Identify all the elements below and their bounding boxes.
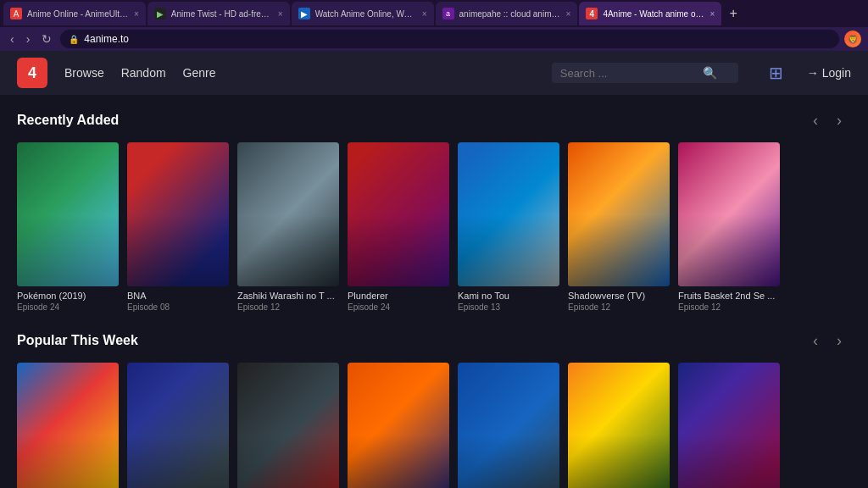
- new-tab-button[interactable]: +: [723, 3, 743, 24]
- site-content: 4 Browse Random Genre 🔍 ⊞ → Login Recent…: [0, 51, 868, 488]
- anime-card[interactable]: Fugou Keiji: Balance ...: [458, 363, 559, 488]
- back-button[interactable]: ‹: [7, 30, 18, 47]
- login-label: Login: [822, 66, 851, 80]
- anime-thumbnail: [458, 363, 559, 488]
- anime-card[interactable]: Kami no TouEpisode 13: [458, 142, 559, 312]
- tab-favicon-2: ▶: [298, 8, 310, 19]
- nav-links: Browse Random Genre: [64, 66, 216, 80]
- recently-added-row: Pokémon (2019)Episode 24BNAEpisode 08Zas…: [17, 142, 851, 312]
- anime-title: Pokémon (2019): [17, 291, 119, 301]
- anime-thumbnail: [127, 142, 229, 286]
- tab-close-1[interactable]: ×: [278, 9, 283, 19]
- tab-close-3[interactable]: ×: [566, 9, 571, 19]
- anime-title: Shadowverse (TV): [568, 291, 670, 301]
- anime-card[interactable]: Pokémon (2019)Episode 24: [17, 142, 119, 312]
- popular-week-prev[interactable]: ‹: [804, 329, 827, 352]
- search-bar[interactable]: 🔍: [552, 63, 738, 83]
- anime-card[interactable]: One Piece: [17, 363, 119, 488]
- tab-label-1: Anime Twist - HD ad-free anime fo...: [171, 9, 273, 19]
- anime-title: Fruits Basket 2nd Se ...: [678, 291, 780, 301]
- random-link[interactable]: Random: [121, 66, 166, 80]
- tab-label-2: Watch Anime Online, Watch Engli...: [315, 9, 417, 19]
- brave-icon: 🦁: [844, 30, 861, 47]
- recently-added-title: Recently Added: [17, 113, 804, 128]
- browser-chrome: A Anime Online - AnimeUltim... × ▶ Anime…: [0, 0, 868, 51]
- thumb-overlay: [127, 363, 229, 488]
- popular-week-header: Popular This Week ‹ ›: [17, 329, 851, 352]
- anime-thumbnail: [568, 142, 670, 286]
- lock-icon: 🔒: [69, 35, 79, 44]
- thumb-overlay: [17, 363, 119, 488]
- tab-bar: A Anime Online - AnimeUltim... × ▶ Anime…: [0, 0, 868, 27]
- anime-card[interactable]: Shadowverse (TV)Episode 12: [568, 142, 670, 312]
- search-input[interactable]: [560, 67, 696, 80]
- popular-week-next[interactable]: ›: [827, 329, 851, 352]
- popular-week-title: Popular This Week: [17, 333, 804, 348]
- login-arrow-icon: →: [807, 66, 819, 80]
- thumb-overlay: [568, 363, 670, 488]
- recently-added-next[interactable]: ›: [827, 108, 851, 132]
- login-button[interactable]: → Login: [807, 66, 851, 80]
- tab-close-4[interactable]: ×: [709, 9, 715, 19]
- search-icon[interactable]: 🔍: [703, 66, 717, 80]
- site-logo[interactable]: 4: [17, 58, 47, 88]
- anime-thumbnail: [348, 142, 449, 286]
- url-text: 4anime.to: [84, 33, 129, 45]
- tab-label-3: animepahe :: cloud anime encodin...: [459, 9, 561, 19]
- tab-animetwist[interactable]: ▶ Anime Twist - HD ad-free anime fo... ×: [147, 2, 290, 25]
- thumb-overlay: [348, 142, 449, 286]
- refresh-button[interactable]: ↻: [38, 30, 55, 47]
- anime-card[interactable]: Fruits Basket 2nd Se ...Episode 12: [678, 142, 780, 312]
- recently-added-header: Recently Added ‹ ›: [17, 108, 851, 132]
- anime-card[interactable]: Kami no Tou: [568, 363, 670, 488]
- main-content: Recently Added ‹ › Pokémon (2019)Episode…: [0, 95, 868, 488]
- navbar: 4 Browse Random Genre 🔍 ⊞ → Login: [0, 51, 868, 95]
- tab-close-0[interactable]: ×: [134, 9, 139, 19]
- thumb-overlay: [458, 142, 559, 286]
- tab-animepahe[interactable]: a animepahe :: cloud anime encodin... ×: [436, 2, 578, 25]
- anime-thumbnail: [348, 363, 449, 488]
- anime-episode: Episode 08: [127, 302, 229, 312]
- anime-card[interactable]: Zashiki Warashi no T ...Episode 12: [237, 142, 339, 312]
- anime-title: Kami no Tou: [458, 291, 559, 301]
- address-bar[interactable]: 🔒 4anime.to: [60, 30, 839, 48]
- anime-thumbnail: [237, 142, 339, 286]
- anime-thumbnail: [17, 363, 119, 488]
- anime-episode: Episode 12: [568, 302, 670, 312]
- anime-title: Plunderer: [348, 291, 449, 301]
- anime-card[interactable]: Boku no Hero Academi ...: [127, 363, 229, 488]
- anime-episode: Episode 12: [237, 302, 339, 312]
- tab-watchanime[interactable]: ▶ Watch Anime Online, Watch Engli... ×: [292, 2, 434, 25]
- anime-episode: Episode 12: [678, 302, 780, 312]
- anime-card[interactable]: Boku no Hero Academi ...: [678, 363, 780, 488]
- anime-thumbnail: [678, 363, 780, 488]
- thumb-overlay: [348, 363, 449, 488]
- anime-thumbnail: [678, 142, 780, 286]
- tab-4anime[interactable]: 4 4Anime - Watch anime online ×: [579, 2, 721, 25]
- thumb-overlay: [678, 363, 780, 488]
- tab-label-4: 4Anime - Watch anime online: [603, 9, 704, 19]
- tab-favicon-3: a: [442, 8, 454, 19]
- tab-favicon-0: A: [10, 8, 22, 19]
- forward-button[interactable]: ›: [23, 30, 34, 47]
- browse-link[interactable]: Browse: [64, 66, 104, 80]
- discord-icon[interactable]: ⊞: [769, 63, 783, 83]
- address-bar-row: ‹ › ↻ 🔒 4anime.to 🦁: [0, 27, 868, 51]
- tab-favicon-1: ▶: [154, 8, 166, 19]
- anime-card[interactable]: BNAEpisode 08: [127, 142, 229, 312]
- thumb-overlay: [678, 142, 780, 286]
- anime-card[interactable]: Kaguya-sama wa Kokur ...: [237, 363, 339, 488]
- anime-thumbnail: [237, 363, 339, 488]
- recently-added-prev[interactable]: ‹: [804, 108, 827, 132]
- anime-thumbnail: [17, 142, 119, 286]
- anime-episode: Episode 24: [17, 302, 119, 312]
- anime-card[interactable]: PlundererEpisode 24: [348, 142, 449, 312]
- genre-link[interactable]: Genre: [183, 66, 216, 80]
- popular-week-row: One PieceBoku no Hero Academi ...Kaguya-…: [17, 363, 851, 488]
- tab-animultim[interactable]: A Anime Online - AnimeUltim... ×: [3, 2, 146, 25]
- anime-thumbnail: [458, 142, 559, 286]
- tab-close-2[interactable]: ×: [422, 9, 427, 19]
- anime-card[interactable]: Naruto: [348, 363, 449, 488]
- thumb-overlay: [458, 363, 559, 488]
- anime-thumbnail: [127, 363, 229, 488]
